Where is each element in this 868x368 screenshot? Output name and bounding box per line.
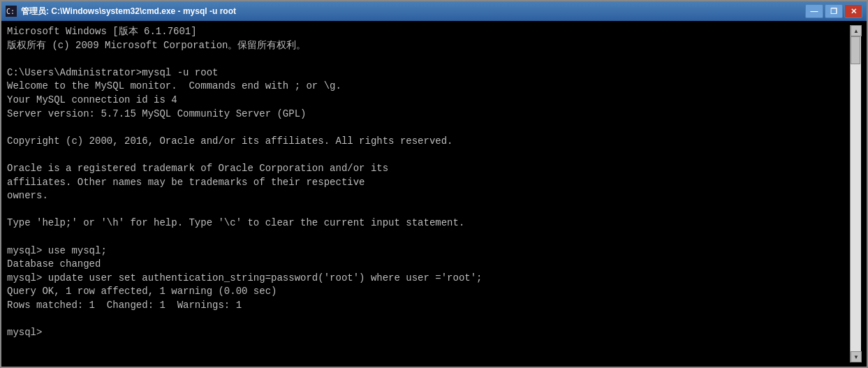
svg-text:C:: C: — [6, 8, 15, 15]
terminal-line: affiliates. Other names may be trademark… — [7, 176, 850, 190]
terminal-line: Your MySQL connection id is 4 — [7, 94, 850, 108]
terminal-body: Microsoft Windows [版本 6.1.7601]版权所有 (c) … — [1, 21, 867, 367]
title-bar: C: 管理员: C:\Windows\system32\cmd.exe - my… — [1, 1, 867, 21]
terminal-line: Welcome to the MySQL monitor. Commands e… — [7, 80, 850, 94]
terminal-line: mysql> use mysql; — [7, 244, 850, 258]
scroll-track[interactable] — [851, 36, 861, 351]
terminal-line — [7, 121, 850, 135]
terminal-line: Rows matched: 1 Changed: 1 Warnings: 1 — [7, 299, 850, 313]
terminal-line: 版权所有 (c) 2009 Microsoft Corporation。保留所有… — [7, 39, 850, 53]
title-bar-buttons: — ❐ ✕ — [805, 4, 862, 18]
terminal-line — [7, 230, 850, 244]
scroll-up-button[interactable]: ▲ — [851, 25, 862, 36]
restore-button[interactable]: ❐ — [825, 4, 843, 18]
minimize-button[interactable]: — — [805, 4, 823, 18]
terminal-line: Query OK, 1 row affected, 1 warning (0.0… — [7, 285, 850, 299]
terminal-line: Type 'help;' or '\h' for help. Type '\c'… — [7, 216, 850, 230]
terminal-line: Database changed — [7, 258, 850, 272]
terminal-line: Oracle is a registered trademark of Orac… — [7, 162, 850, 176]
terminal-line: Server version: 5.7.15 MySQL Community S… — [7, 108, 850, 122]
scroll-thumb[interactable] — [851, 36, 860, 64]
terminal-content[interactable]: Microsoft Windows [版本 6.1.7601]版权所有 (c) … — [7, 25, 850, 362]
close-button[interactable]: ✕ — [844, 4, 862, 18]
terminal-line — [7, 312, 850, 326]
terminal-line: Copyright (c) 2000, 2016, Oracle and/or … — [7, 135, 850, 149]
terminal-line: mysql> update user set authentication_st… — [7, 272, 850, 286]
terminal-line: Microsoft Windows [版本 6.1.7601] — [7, 25, 850, 39]
terminal-line: owners. — [7, 189, 850, 203]
window-title: 管理员: C:\Windows\system32\cmd.exe - mysql… — [21, 6, 236, 17]
terminal-line: mysql> — [7, 326, 850, 340]
title-bar-left: C: 管理员: C:\Windows\system32\cmd.exe - my… — [6, 6, 236, 17]
terminal-line — [7, 148, 850, 162]
scroll-down-button[interactable]: ▼ — [851, 351, 862, 362]
scrollbar[interactable]: ▲ ▼ — [850, 25, 861, 362]
cmd-window: C: 管理员: C:\Windows\system32\cmd.exe - my… — [0, 0, 868, 368]
terminal-line — [7, 203, 850, 217]
terminal-output: Microsoft Windows [版本 6.1.7601]版权所有 (c) … — [7, 25, 850, 340]
terminal-line: C:\Users\Administrator>mysql -u root — [7, 66, 850, 80]
cmd-icon: C: — [6, 6, 17, 17]
terminal-line — [7, 52, 850, 66]
